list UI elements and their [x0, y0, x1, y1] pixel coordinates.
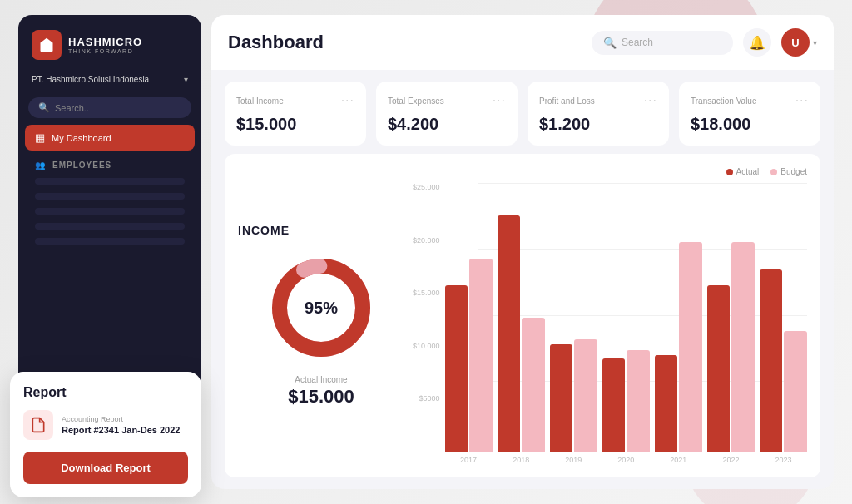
bar-actual-2018 [498, 215, 521, 452]
bar-label-2017: 2017 [460, 456, 477, 464]
report-card: Report Accounting Report Report #2341 Ja… [10, 372, 201, 497]
bar-label-2018: 2018 [513, 456, 529, 464]
bar-group-2020: 2020 [602, 183, 650, 464]
bar-budget-2020 [627, 350, 650, 452]
stat-value-transaction: $18.000 [691, 115, 809, 134]
brand-tagline: THINK FORWARD [68, 48, 142, 54]
bar-label-2020: 2020 [617, 456, 634, 464]
download-report-button[interactable]: Download Report [23, 452, 188, 484]
bar-actual-2023 [760, 269, 783, 452]
income-left-panel: INCOME 95% Actual Income $15.000 [238, 167, 404, 464]
stat-more-icon-transaction[interactable]: ··· [795, 93, 809, 108]
stat-card-income: Total Income ··· $15.000 [225, 82, 366, 146]
company-selector[interactable]: PT. Hashmicro Solusi Indonesia ▾ [18, 70, 201, 89]
chevron-down-icon: ▾ [184, 75, 188, 84]
income-chart-title: INCOME [238, 224, 290, 237]
bar-budget-2022 [731, 242, 755, 452]
logo-icon [32, 30, 62, 60]
bar-actual-2019 [550, 344, 573, 452]
header-search-bar[interactable]: 🔍 [592, 31, 733, 55]
bar-actual-2022 [707, 285, 731, 452]
stat-label-income: Total Income [236, 96, 284, 106]
report-info: Accounting Report Report #2341 Jan-Des 2… [62, 415, 180, 435]
sidebar-item-label: My Dashboard [52, 133, 111, 143]
bar-budget-2018 [522, 318, 545, 452]
bar-budget-2023 [784, 331, 807, 452]
page-title: Dashboard [228, 32, 324, 53]
header-search-input[interactable] [622, 37, 721, 48]
menu-placeholder-4 [35, 223, 185, 230]
stats-row: Total Income ··· $15.000 Total Expenses … [211, 70, 834, 154]
logo-text: HASHMICRO THINK FORWARD [68, 36, 142, 54]
header-actions: 🔍 🔔 U ▾ [592, 28, 817, 57]
bar-label-2021: 2021 [670, 456, 686, 464]
bar-label-2022: 2022 [722, 456, 739, 464]
stat-more-icon-expenses[interactable]: ··· [493, 93, 506, 108]
bar-chart-wrapper: $25.000 $20.000 $15.000 $10.000 $5000 [413, 183, 807, 464]
notification-button[interactable]: 🔔 [743, 28, 771, 57]
y-label-3: $15.000 [413, 289, 440, 297]
brand-name: HASHMICRO [68, 36, 142, 48]
grid-icon: ▦ [35, 131, 45, 144]
stat-more-icon-income[interactable]: ··· [341, 93, 354, 108]
company-name: PT. Hashmicro Solusi Indonesia [32, 75, 149, 84]
legend-actual: Actual [726, 167, 760, 176]
user-avatar[interactable]: U [781, 28, 810, 57]
y-label-1: $25.000 [413, 183, 440, 191]
chart-plot: 2017201820192020202120222023 [445, 183, 807, 464]
y-axis: $25.000 $20.000 $15.000 $10.000 $5000 [413, 183, 445, 464]
stat-label-expenses: Total Expenses [388, 96, 444, 106]
bar-budget-2017 [469, 259, 493, 452]
stat-value-income: $15.000 [236, 115, 354, 134]
bar-group-2018: 2018 [498, 183, 545, 464]
donut-percent: 95% [305, 299, 338, 318]
main-header: Dashboard 🔍 🔔 U ▾ [211, 15, 834, 70]
search-icon: 🔍 [603, 37, 617, 49]
donut-chart: 95% [267, 254, 375, 362]
legend-actual-dot [726, 169, 733, 175]
bar-label-2023: 2023 [775, 456, 791, 464]
stat-card-expenses: Total Expenses ··· $4.200 [376, 82, 518, 146]
legend-budget-label: Budget [780, 167, 807, 176]
bar-actual-2021 [655, 355, 678, 452]
stat-value-expenses: $4.200 [388, 115, 506, 134]
report-type: Accounting Report [62, 415, 180, 423]
report-item: Accounting Report Report #2341 Jan-Des 2… [23, 410, 188, 440]
stat-value-profit: $1.200 [539, 115, 657, 134]
bar-group-2017: 2017 [445, 183, 493, 464]
y-label-4: $10.000 [413, 342, 440, 350]
bar-actual-2017 [445, 285, 468, 452]
chart-legend: Actual Budget [413, 167, 807, 176]
bar-group-2019: 2019 [550, 183, 597, 464]
actual-income-label: Actual Income [295, 375, 347, 384]
legend-budget: Budget [770, 167, 807, 176]
menu-placeholder-3 [35, 208, 185, 215]
sidebar-section-employees: 👥 EMPLOYEES [25, 152, 195, 173]
menu-placeholder-5 [35, 238, 185, 245]
bar-group-2021: 2021 [655, 183, 702, 464]
menu-placeholder-2 [35, 193, 185, 200]
stat-more-icon-profit[interactable]: ··· [644, 93, 657, 108]
file-icon [23, 410, 53, 440]
main-content: Dashboard 🔍 🔔 U ▾ Total Income [211, 15, 834, 489]
legend-budget-dot [770, 169, 777, 175]
sidebar-search-input[interactable] [55, 103, 181, 113]
report-name: Report #2341 Jan-Des 2022 [62, 425, 180, 435]
donut-center-text: 95% [305, 299, 338, 318]
sidebar-search[interactable]: 🔍 [28, 97, 191, 118]
stat-label-profit: Profit and Loss [539, 96, 595, 106]
user-avatar-wrapper[interactable]: U ▾ [781, 28, 817, 57]
stat-card-transaction: Transaction Value ··· $18.000 [679, 82, 820, 146]
bar-budget-2019 [574, 339, 597, 452]
bar-group-2022: 2022 [707, 183, 755, 464]
chevron-down-icon: ▾ [813, 38, 817, 47]
y-label-5: $5000 [419, 394, 440, 403]
sidebar-logo: HASHMICRO THINK FORWARD [18, 15, 201, 70]
bar-chart-area: Actual Budget $25.000 $20.000 $15.000 $1… [404, 167, 807, 464]
bar-actual-2020 [602, 358, 626, 452]
bar-budget-2021 [679, 242, 702, 452]
users-icon: 👥 [35, 161, 46, 170]
y-label-2: $20.000 [413, 236, 440, 245]
report-card-title: Report [23, 385, 188, 400]
sidebar-item-dashboard[interactable]: ▦ My Dashboard [25, 125, 195, 151]
